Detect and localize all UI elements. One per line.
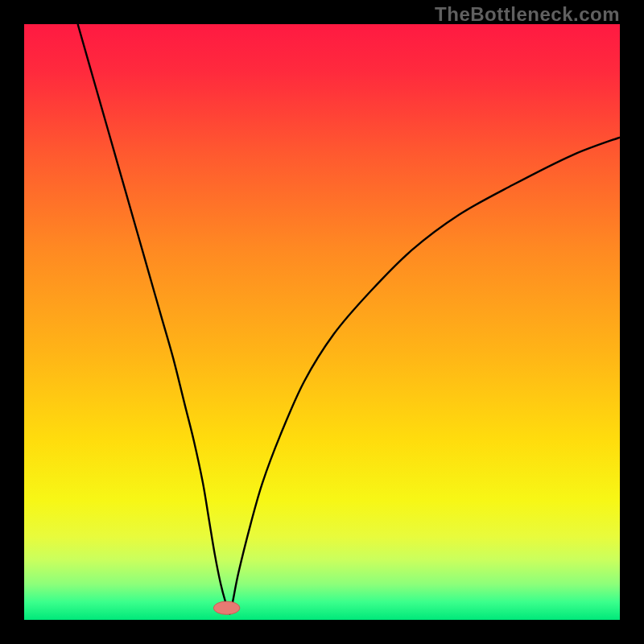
minimum-marker — [213, 601, 240, 614]
gradient-background — [24, 24, 620, 620]
watermark-text: TheBottleneck.com — [435, 3, 620, 26]
plot-area — [24, 24, 620, 620]
chart-frame: TheBottleneck.com — [0, 0, 644, 644]
bottleneck-chart — [24, 24, 620, 620]
